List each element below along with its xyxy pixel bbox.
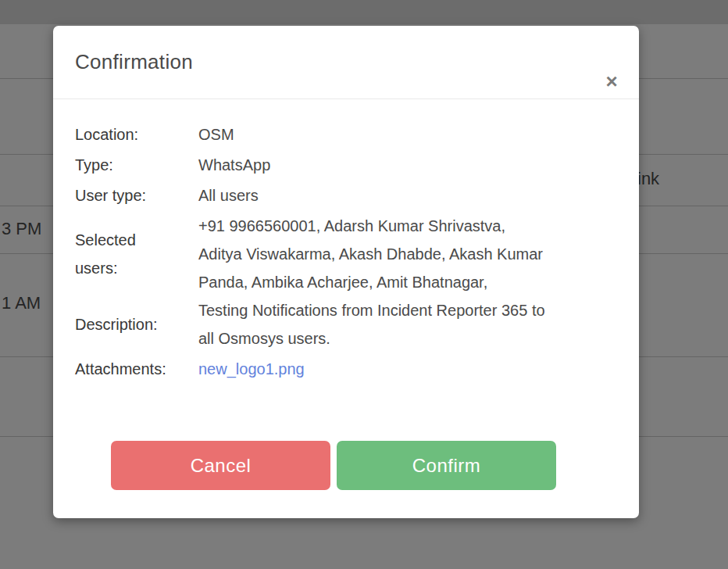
attachment-link[interactable]: new_logo1.png	[198, 360, 305, 378]
selected-users-label: Selected users:	[75, 226, 198, 282]
background-navbar	[0, 0, 728, 24]
field-row-type: Type: WhatsApp	[75, 151, 601, 179]
background-timestamp-fragment: 3 PM	[2, 219, 41, 239]
field-row-description: Description: Testing Notifications from …	[75, 296, 601, 352]
dialog-body: Location: OSM Type: WhatsApp User type: …	[53, 99, 639, 490]
field-row-attachments: Attachments: new_logo1.png	[75, 355, 601, 383]
confirm-button[interactable]: Confirm	[337, 441, 556, 490]
background-timestamp-fragment: 1 AM	[2, 293, 41, 313]
cancel-button[interactable]: Cancel	[111, 441, 330, 490]
user-type-label: User type:	[75, 181, 198, 209]
background-column-header-fragment: ink	[637, 169, 659, 189]
description-value: Testing Notifications from Incident Repo…	[198, 296, 550, 352]
field-row-selected-users: Selected users: +91 9966560001, Adarsh K…	[75, 212, 601, 296]
attachments-value: new_logo1.png	[198, 355, 550, 383]
confirmation-dialog: Confirmation × Location: OSM Type: Whats…	[53, 26, 639, 518]
field-row-location: Location: OSM	[75, 120, 601, 149]
selected-users-value: +91 9966560001, Adarsh Kumar Shrivastva,…	[198, 212, 550, 296]
close-icon[interactable]: ×	[598, 68, 625, 95]
user-type-value: All users	[198, 181, 550, 209]
dialog-header: Confirmation ×	[53, 26, 639, 99]
dialog-title: Confirmation	[75, 50, 193, 74]
type-label: Type:	[75, 151, 198, 179]
description-label: Description:	[75, 310, 198, 338]
location-label: Location:	[75, 120, 198, 149]
type-value: WhatsApp	[198, 151, 550, 179]
field-row-user-type: User type: All users	[75, 181, 601, 209]
attachments-label: Attachments:	[75, 355, 198, 383]
dialog-footer: Cancel Confirm	[75, 441, 601, 490]
location-value: OSM	[198, 120, 550, 149]
